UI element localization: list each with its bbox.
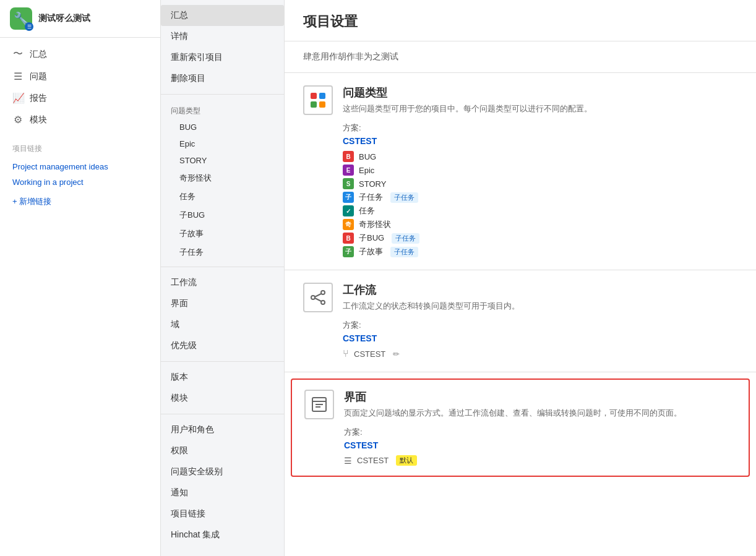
nav-item-issues[interactable]: ☰ 问题 [0,66,160,87]
mid-item-hinchat[interactable]: Hinchat 集成 [161,524,284,545]
main-content: 项目设置 肆意用作胡作非为之测试 问题类型 这些问题类型可用于您的项目中。每个问… [285,0,756,556]
svg-rect-3 [319,101,325,108]
default-tag: 默认 [396,455,417,466]
nav-label-reports: 报告 [30,93,47,104]
nav-item-summary[interactable]: 〜 汇总 [0,43,160,66]
bug-icon: B [343,151,354,162]
interface-icon [304,390,334,419]
card-header-issue-type: 问题类型 这些问题类型可用于您的项目中。每个问题类型可以进行不同的配置。 [303,85,737,115]
sidebar: 🔧 ☰ 测试呀么测试 〜 汇总 ☰ 问题 📈 报告 ⚙ 模块 项目链接 Proj… [0,0,161,556]
list-item: 子 子任务 子任务 [343,192,737,203]
issue-label-story: STORY [359,179,386,189]
modules-icon: ⚙ [12,114,24,126]
svg-line-8 [315,298,321,301]
mid-item-interface[interactable]: 界面 [161,293,284,314]
mid-item-details[interactable]: 详情 [161,26,284,47]
mid-item-summary[interactable]: 汇总 [161,5,284,26]
reports-icon: 📈 [12,92,24,104]
subtask-tag-3: 子任务 [390,247,418,257]
mid-item-version[interactable]: 版本 [161,367,284,388]
card-title-interface: 界面 [344,390,682,404]
mid-item-security[interactable]: 问题安全级别 [161,461,284,482]
scheme-name-issue: CSTEST [343,136,737,146]
mid-sub-subbug[interactable]: 子BUG [161,206,284,225]
middle-panel: 汇总 详情 重新索引项目 删除项目 问题类型 BUG Epic STORY 奇形… [161,0,285,556]
add-link-button[interactable]: + 新增链接 [0,192,160,211]
summary-icon: 〜 [12,48,24,61]
card-header-workflow: 工作流 工作流定义的状态和转换问题类型可用于项目内。 [303,283,737,312]
issue-type-card: 问题类型 这些问题类型可用于您的项目中。每个问题类型可以进行不同的配置。 方案:… [285,73,756,270]
mid-sub-story[interactable]: STORY [161,152,284,169]
mid-item-permission[interactable]: 权限 [161,440,284,461]
subtask1-icon: 子 [343,192,354,203]
mid-item-user-role[interactable]: 用户和角色 [161,419,284,440]
sidebar-link-working[interactable]: Working in a project [0,174,160,190]
workflow-item-label: CSTEST [354,349,385,359]
mid-sub-weird[interactable]: 奇形怪状 [161,169,284,187]
page-title: 项目设置 [303,12,737,31]
mid-item-module[interactable]: 模块 [161,388,284,409]
issue-label-subtask1: 子任务 [359,192,383,203]
scheme-label-interface: 方案: [344,427,736,438]
svg-point-4 [311,296,315,299]
card-title-issue-type: 问题类型 [343,85,592,100]
sidebar-link-pm[interactable]: Project management ideas [0,159,160,174]
sidebar-section-links: 项目链接 [0,135,160,156]
nav-item-modules[interactable]: ⚙ 模块 [0,109,160,130]
scheme-label-issue: 方案: [343,122,737,134]
mid-sub-subtask[interactable]: 子任务 [161,243,284,262]
interface-item-label: CSTEST [357,456,389,465]
mid-sub-epic[interactable]: Epic [161,135,284,152]
nav-label-modules: 模块 [30,114,47,126]
nav-item-reports[interactable]: 📈 报告 [0,87,160,109]
list-item: B BUG [343,151,737,162]
weird-icon: 奇 [343,219,354,230]
issue-label-substory: 子故事 [359,246,383,257]
main-header: 项目设置 [285,0,756,41]
mid-sub-substory[interactable]: 子故事 [161,225,284,243]
mid-item-workflow[interactable]: 工作流 [161,272,284,293]
card-text-issue-type: 问题类型 这些问题类型可用于您的项目中。每个问题类型可以进行不同的配置。 [343,85,592,115]
workflow-edit-icon[interactable]: ✏ [393,349,400,359]
task-icon: ✓ [343,205,354,216]
interface-item: ☰ CSTEST 默认 [344,455,736,466]
separator-1 [161,94,284,95]
mid-item-projlink[interactable]: 项目链接 [161,503,284,524]
scheme-label-workflow: 方案: [343,320,737,331]
list-item: 奇 奇形怪状 [343,219,737,230]
issue-label-epic: Epic [359,166,374,175]
substory-icon: 子 [343,246,354,257]
workflow-item: ⑂ CSTEST ✏ [343,348,737,359]
separator-4 [161,414,284,414]
workflow-card: 工作流 工作流定义的状态和转换问题类型可用于项目内。 方案: CSTEST ⑂ … [285,270,756,372]
card-text-workflow: 工作流 工作流定义的状态和转换问题类型可用于项目内。 [343,283,520,312]
mid-item-priority[interactable]: 优先级 [161,335,284,356]
mid-section-issue-type: 问题类型 [161,100,284,119]
mid-item-notify[interactable]: 通知 [161,482,284,503]
list-icon: ☰ [27,24,32,30]
issue-label-bug: BUG [359,152,376,161]
mid-sub-task[interactable]: 任务 [161,187,284,206]
interface-card: 界面 页面定义问题域的显示方式。通过工作流创建、查看、编辑或转换问题时，可使用不… [291,379,750,477]
svg-point-5 [321,291,325,294]
app-title: 测试呀么测试 [38,13,90,24]
story-icon: S [343,178,354,189]
workflow-icon [303,283,333,312]
subtask-tag-2: 子任务 [392,233,419,244]
section-title: 项目链接 [12,144,42,153]
interface-page-icon: ☰ [344,456,352,466]
card-text-interface: 界面 页面定义问题域的显示方式。通过工作流创建、查看、编辑或转换问题时，可使用不… [344,390,682,419]
mid-item-reindex[interactable]: 重新索引项目 [161,47,284,68]
issue-label-task: 任务 [359,205,375,216]
sidebar-header: 🔧 ☰ 测试呀么测试 [0,0,160,38]
mid-item-domain[interactable]: 域 [161,314,284,335]
list-item: B 子BUG 子任务 [343,233,737,244]
issue-type-icon [303,85,333,115]
nav-label-summary: 汇总 [30,49,47,60]
nav-label-issues: 问题 [30,71,47,82]
mid-sub-bug[interactable]: BUG [161,119,284,135]
issue-label-weird: 奇形怪状 [359,219,391,230]
project-description: 肆意用作胡作非为之测试 [285,41,756,73]
svg-point-6 [321,301,325,304]
mid-item-delete[interactable]: 删除项目 [161,68,284,89]
